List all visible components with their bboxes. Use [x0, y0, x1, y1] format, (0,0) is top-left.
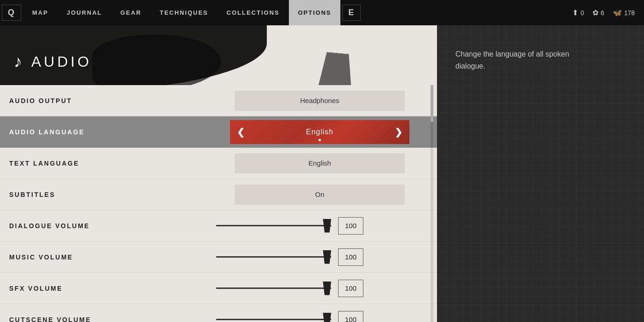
selector-indicator-dot — [319, 139, 321, 141]
setting-control-audio-language[interactable]: ❮English❯ — [212, 120, 428, 144]
slider-value-cutscene-volume: 100 — [338, 311, 363, 322]
nav-item-gear[interactable]: GEAR — [111, 0, 151, 25]
top-navigation: QMAPJOURNALGEARTECHNIQUESCOLLECTIONSOPTI… — [0, 0, 644, 25]
audio-title-row: ♪ AUDIO — [14, 52, 92, 71]
setting-row-cutscene-volume[interactable]: CUTSCENE VOLUME100 — [0, 304, 437, 322]
music-icon: ♪ — [14, 52, 22, 71]
setting-label-sfx-volume: SFX VOLUME — [9, 285, 212, 292]
slider-thumb-sfx-volume[interactable] — [323, 282, 331, 295]
setting-label-cutscene-volume: CUTSCENE VOLUME — [9, 316, 212, 322]
setting-control-dialogue-volume[interactable]: 100 — [212, 217, 428, 235]
slider-track-sfx-volume[interactable] — [216, 288, 331, 289]
dropdown-subtitles[interactable]: On — [235, 184, 405, 205]
arrows-value: 0 — [581, 9, 584, 17]
slider-thumb-music-volume[interactable] — [323, 250, 331, 264]
slider-track-cutscene-volume[interactable] — [216, 319, 331, 320]
setting-control-music-volume[interactable]: 100 — [212, 248, 428, 266]
nav-item-quick[interactable]: Q — [2, 5, 21, 21]
audio-header: ♪ AUDIO — [0, 25, 437, 85]
setting-row-sfx-volume[interactable]: SFX VOLUME100 — [0, 273, 437, 304]
slider-track-dialogue-volume[interactable] — [216, 225, 331, 226]
left-panel: ♪ AUDIO AUDIO OUTPUTHeadphonesAUDIO LANG… — [0, 25, 437, 322]
setting-label-subtitles: SUBTITLES — [9, 191, 212, 198]
main-content: ♪ AUDIO AUDIO OUTPUTHeadphonesAUDIO LANG… — [0, 25, 644, 322]
setting-label-dialogue-volume: DIALOGUE VOLUME — [9, 222, 212, 230]
arrows-icon: ⬆ — [572, 8, 578, 17]
dropdown-text-language[interactable]: English — [235, 153, 405, 173]
setting-label-text-language: TEXT LANGUAGE — [9, 160, 212, 167]
slider-track-music-volume[interactable] — [216, 256, 331, 258]
slider-thumb-dialogue-volume[interactable] — [323, 219, 331, 233]
fireflies-value: 178 — [624, 9, 635, 17]
setting-label-audio-output: AUDIO OUTPUT — [9, 97, 212, 104]
settings-list: AUDIO OUTPUTHeadphonesAUDIO LANGUAGE❮Eng… — [0, 85, 437, 322]
slider-value-sfx-volume: 100 — [338, 280, 363, 297]
slider-container-sfx-volume[interactable]: 100 — [212, 280, 428, 297]
setting-row-music-volume[interactable]: MUSIC VOLUME100 — [0, 242, 437, 273]
setting-row-audio-output[interactable]: AUDIO OUTPUTHeadphones — [0, 85, 437, 116]
dropdown-audio-output[interactable]: Headphones — [235, 91, 405, 111]
selector-audio-language[interactable]: ❮English❯ — [230, 120, 409, 144]
setting-description: Change the language of all spoken dialog… — [455, 48, 593, 72]
setting-control-audio-output[interactable]: Headphones — [212, 91, 428, 111]
slider-value-dialogue-volume: 100 — [338, 217, 363, 235]
scrollbar[interactable] — [431, 85, 433, 322]
flowers-value: 6 — [601, 9, 604, 17]
nav-item-journal[interactable]: JOURNAL — [58, 0, 111, 25]
fireflies-icon: 🦋 — [613, 8, 622, 17]
audio-section-title: AUDIO — [31, 53, 92, 70]
slider-value-music-volume: 100 — [338, 248, 363, 266]
flowers-counter: ✿ 6 — [592, 8, 604, 17]
setting-row-text-language[interactable]: TEXT LANGUAGEEnglish — [0, 148, 437, 179]
setting-label-audio-language: AUDIO LANGUAGE — [9, 128, 212, 136]
setting-control-sfx-volume[interactable]: 100 — [212, 280, 428, 297]
setting-row-subtitles[interactable]: SUBTITLESOn — [0, 179, 437, 210]
nav-item-techniques[interactable]: TECHNIQUES — [150, 0, 217, 25]
nav-item-options[interactable]: OPTIONS — [289, 0, 341, 25]
selector-left-arrow[interactable]: ❮ — [237, 126, 245, 138]
nav-item-collections[interactable]: COLLECTIONS — [218, 0, 289, 25]
fireflies-counter: 🦋 178 — [613, 8, 635, 17]
slider-container-dialogue-volume[interactable]: 100 — [212, 217, 428, 235]
selector-right-arrow[interactable]: ❯ — [395, 126, 402, 138]
slider-container-cutscene-volume[interactable]: 100 — [212, 311, 428, 322]
flowers-icon: ✿ — [592, 8, 598, 17]
nav-item-map[interactable]: MAP — [23, 0, 58, 25]
right-panel: Change the language of all spoken dialog… — [437, 25, 644, 322]
selector-value-audio-language: English — [245, 128, 395, 136]
setting-label-music-volume: MUSIC VOLUME — [9, 253, 212, 261]
setting-control-text-language[interactable]: English — [212, 153, 428, 173]
scrollbar-thumb[interactable] — [431, 85, 433, 122]
slider-thumb-cutscene-volume[interactable] — [323, 313, 331, 322]
arrows-counter: ⬆ 0 — [572, 8, 584, 17]
setting-control-subtitles[interactable]: On — [212, 184, 428, 205]
setting-control-cutscene-volume[interactable]: 100 — [212, 311, 428, 322]
nav-right-stats: ⬆ 0 ✿ 6 🦋 178 — [572, 0, 644, 25]
setting-row-dialogue-volume[interactable]: DIALOGUE VOLUME100 — [0, 210, 437, 242]
setting-row-audio-language[interactable]: AUDIO LANGUAGE❮English❯ — [0, 116, 437, 148]
slider-container-music-volume[interactable]: 100 — [212, 248, 428, 266]
nav-item-end[interactable]: E — [342, 5, 361, 21]
